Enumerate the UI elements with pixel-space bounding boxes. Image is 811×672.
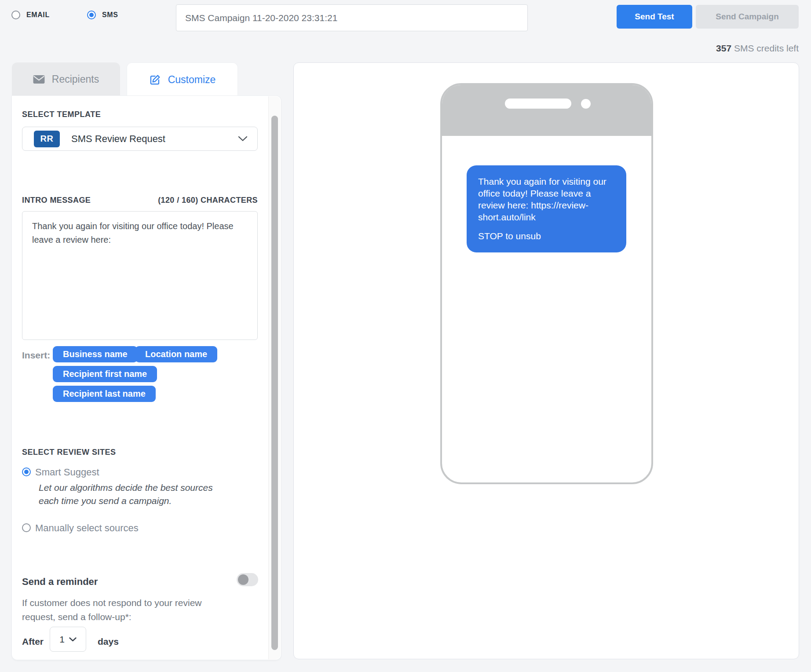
tab-recipients[interactable]: Recipients <box>12 62 120 96</box>
channel-option-sms[interactable]: SMS <box>87 11 118 19</box>
select-template-label: SELECT TEMPLATE <box>22 110 101 119</box>
sms-unsub-text: STOP to unsub <box>478 230 615 242</box>
insert-location-name-button[interactable]: Location name <box>135 346 217 362</box>
after-label: After <box>22 636 44 647</box>
manually-select-radio[interactable] <box>22 523 31 532</box>
phone-mockup: Thank you again for visiting our office … <box>440 83 653 484</box>
template-select[interactable]: RR SMS Review Request <box>22 127 258 151</box>
intro-message-label: INTRO MESSAGE <box>22 196 91 205</box>
send-campaign-button[interactable]: Send Campaign <box>696 5 799 29</box>
select-review-sites-label: SELECT REVIEW SITES <box>22 448 116 457</box>
phone-top-bezel <box>442 85 651 136</box>
credits-count: 357 <box>716 43 731 53</box>
smart-suggest-label[interactable]: Smart Suggest <box>35 467 99 478</box>
smart-suggest-radio[interactable] <box>22 467 31 476</box>
template-selected-name: SMS Review Request <box>71 133 165 145</box>
template-badge: RR <box>34 131 60 147</box>
email-radio-label: EMAIL <box>26 11 50 19</box>
reminder-days-select[interactable]: 1 <box>50 627 86 652</box>
sms-radio-label: SMS <box>102 11 118 19</box>
tab-recipients-label: Recipients <box>52 73 99 85</box>
sms-message-bubble: Thank you again for visiting our office … <box>467 165 626 252</box>
chevron-down-icon <box>238 136 248 142</box>
smart-suggest-description: Let our algorithms decide the best sourc… <box>39 481 228 508</box>
send-test-button[interactable]: Send Test <box>617 5 692 29</box>
scrollbar-thumb[interactable] <box>271 116 278 650</box>
chevron-down-icon <box>69 637 77 642</box>
insert-recipient-first-name-button[interactable]: Recipient first name <box>53 366 157 382</box>
sms-credits-left: 357 SMS credits left <box>579 43 799 54</box>
days-label: days <box>98 636 119 647</box>
email-radio[interactable] <box>11 11 20 19</box>
channel-option-email[interactable]: EMAIL <box>11 11 50 19</box>
sms-message-text: Thank you again for visiting our office … <box>478 176 615 223</box>
tab-customize-label: Customize <box>168 74 216 86</box>
insert-recipient-last-name-button[interactable]: Recipient last name <box>53 386 156 402</box>
insert-label: Insert: <box>22 350 50 361</box>
reminder-description: If customer does not respond to your rev… <box>22 596 220 624</box>
intro-message-header: INTRO MESSAGE (120 / 160) CHARACTERS <box>22 196 258 205</box>
intro-message-textarea[interactable]: Thank you again for visiting our office … <box>22 211 258 340</box>
sms-campaign-builder: EMAIL SMS Send Test Send Campaign 357 SM… <box>0 0 811 672</box>
panel-scrollbar[interactable] <box>268 96 281 659</box>
customize-panel: SELECT TEMPLATE RR SMS Review Request IN… <box>12 96 281 660</box>
insert-business-name-button[interactable]: Business name <box>53 346 138 362</box>
tab-customize[interactable]: Customize <box>127 62 238 96</box>
manually-select-label[interactable]: Manually select sources <box>35 522 139 534</box>
envelope-icon <box>33 75 45 84</box>
campaign-name-input[interactable] <box>176 4 528 31</box>
sms-preview-panel: Thank you again for visiting our office … <box>293 62 799 659</box>
edit-icon <box>149 74 161 86</box>
credits-label: SMS credits left <box>731 43 799 53</box>
send-reminder-label: Send a reminder <box>22 576 98 588</box>
phone-speaker <box>505 99 571 109</box>
character-counter: (120 / 160) CHARACTERS <box>158 196 258 205</box>
reminder-days-value: 1 <box>59 634 65 645</box>
send-reminder-toggle[interactable] <box>237 573 258 586</box>
toggle-knob <box>238 574 248 585</box>
phone-camera <box>581 99 591 109</box>
sms-radio[interactable] <box>87 11 96 19</box>
